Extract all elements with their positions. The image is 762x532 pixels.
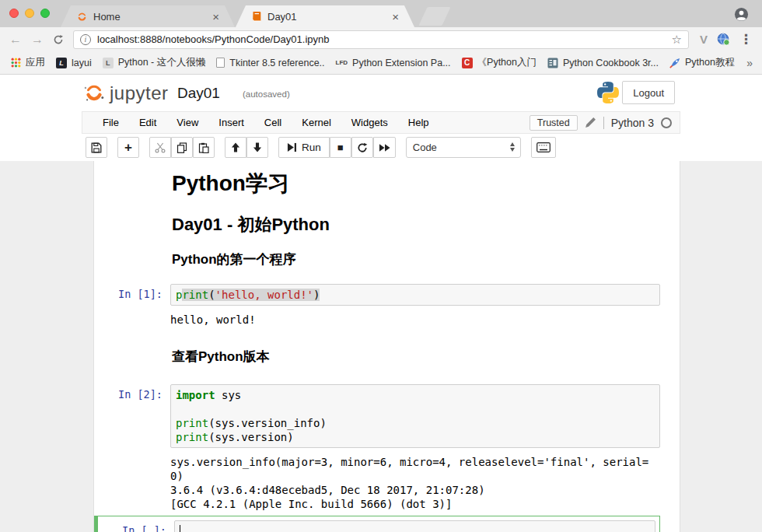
jupyter-planet-icon	[82, 81, 106, 104]
menubar-divider	[603, 117, 604, 129]
red-c-badge-icon: C	[462, 58, 473, 68]
menu-insert[interactable]: Insert	[208, 117, 254, 128]
bookmark-cookbook[interactable]: Python Cookbook 3r...	[547, 58, 659, 68]
browser-toolbar: ← → i localhost:8888/notebooks/PythonCod…	[0, 27, 762, 51]
layui-badge-icon: L	[56, 58, 67, 68]
cut-cell-button[interactable]	[149, 137, 171, 158]
code-cell-2: In [2]: import sys print(sys.version_inf…	[94, 384, 660, 448]
jupyter-header: jupyter Day01 (autosaved) Logout	[0, 75, 762, 111]
cookbook-icon	[547, 58, 558, 68]
bookmarks-bar: 应用 L layui L Python - 这个人很懒 Tkinter 8.5 …	[0, 51, 762, 75]
paste-cell-button[interactable]	[193, 137, 215, 158]
notebook-site: Python学习 Day01 - 初始Python Python的第一个程序 I…	[0, 161, 762, 532]
menu-widgets[interactable]: Widgets	[341, 117, 398, 128]
markdown-heading-3a: Python的第一个程序	[172, 251, 660, 268]
code-cell-3-selected[interactable]: In [ ]:	[94, 516, 660, 532]
jupyter-brand-text: jupyter	[110, 82, 169, 104]
notebook-container: Python学习 Day01 - 初始Python Python的第一个程序 I…	[93, 161, 680, 532]
fast-forward-icon	[379, 143, 390, 152]
notebook-toolbar: +	[0, 134, 762, 161]
markdown-heading-3b: 查看Python版本	[172, 348, 660, 366]
jupyter-logo[interactable]: jupyter	[82, 81, 169, 104]
notebook-book-icon	[251, 11, 262, 22]
menu-edit[interactable]: Edit	[129, 117, 166, 128]
tab-label: Home	[93, 11, 121, 23]
rocket-icon	[669, 58, 680, 68]
extension-v-icon[interactable]: V	[700, 33, 708, 46]
cell-type-select[interactable]: Code	[406, 137, 521, 158]
lfd-text-icon: LFD	[336, 59, 348, 66]
letter-l-badge-icon: L	[103, 58, 114, 68]
tab-day01[interactable]: Day01 ×	[236, 5, 414, 27]
bookmark-star-icon[interactable]: ☆	[672, 33, 682, 47]
profile-icon[interactable]	[734, 7, 749, 22]
zoom-window-button[interactable]	[40, 9, 50, 18]
reload-icon[interactable]	[53, 34, 64, 45]
bookmark-apps[interactable]: 应用	[11, 56, 45, 69]
jupyter-spinner-icon	[76, 11, 88, 23]
select-stepper-icon	[510, 142, 515, 152]
menu-cell[interactable]: Cell	[254, 117, 292, 128]
markdown-heading-1: Python学习	[172, 170, 660, 197]
command-palette-button[interactable]	[531, 137, 556, 158]
tab-close-icon[interactable]: ×	[390, 11, 400, 23]
code-cell-1: In [1]: print('hello, world!')	[94, 284, 660, 306]
bookmark-python-intro[interactable]: C 《Python入门	[462, 56, 537, 69]
back-icon[interactable]: ←	[9, 33, 22, 46]
cell-2-output: sys.version_info(major=3, minor=6, micro…	[94, 448, 660, 511]
window-controls	[9, 9, 50, 18]
restart-kernel-button[interactable]	[351, 137, 373, 158]
save-button[interactable]	[86, 137, 107, 158]
close-window-button[interactable]	[9, 9, 19, 18]
markdown-heading-2: Day01 - 初始Python	[172, 214, 660, 236]
interrupt-kernel-button[interactable]: ■	[330, 137, 351, 158]
tab-home[interactable]: Home ×	[61, 5, 235, 27]
menu-view[interactable]: View	[166, 117, 208, 128]
new-tab-button[interactable]	[418, 7, 450, 26]
forward-icon[interactable]: →	[31, 33, 44, 46]
page-icon	[216, 58, 225, 68]
edit-pencil-icon	[585, 117, 596, 128]
output-text: hello, world!	[170, 306, 652, 327]
output-text: sys.version_info(major=3, minor=6, micro…	[170, 448, 652, 511]
url-text: localhost:8888/notebooks/PythonCode/Day0…	[97, 33, 330, 45]
cell-1-output: hello, world!	[94, 306, 660, 327]
input-prompt: In [2]:	[94, 384, 170, 401]
page-info-icon[interactable]: i	[80, 34, 91, 45]
menu-help[interactable]: Help	[398, 117, 439, 128]
bookmark-tkinter[interactable]: Tkinter 8.5 reference..	[216, 58, 324, 68]
move-cell-up-button[interactable]	[225, 137, 246, 158]
insert-cell-button[interactable]: +	[117, 137, 139, 158]
bookmarks-overflow-icon[interactable]: »	[746, 57, 753, 69]
code-input[interactable]: print('hello, world!')	[170, 284, 660, 306]
menu-file[interactable]: File	[93, 117, 129, 128]
run-cell-button[interactable]: Run	[278, 137, 330, 158]
extension-globe-icon[interactable]	[717, 33, 730, 46]
tab-close-icon[interactable]: ×	[211, 11, 221, 23]
bookmark-python-blog[interactable]: L Python - 这个人很懒	[103, 56, 206, 69]
step-forward-icon	[287, 142, 297, 152]
checkpoint-status: (autosaved)	[243, 89, 290, 99]
logout-button[interactable]: Logout	[622, 81, 675, 104]
apps-grid-icon	[11, 58, 21, 68]
bookmark-layui[interactable]: L layui	[56, 58, 92, 68]
copy-cell-button[interactable]	[171, 137, 193, 158]
code-input-empty[interactable]	[174, 520, 655, 532]
code-input[interactable]: import sys print(sys.version_info) print…	[170, 384, 660, 448]
minimize-window-button[interactable]	[25, 9, 34, 18]
notebook-title[interactable]: Day01	[177, 85, 220, 102]
kernel-name: Python 3	[611, 117, 654, 129]
browser-tab-bar: Home × Day01 ×	[0, 0, 762, 27]
trusted-button[interactable]: Trusted	[530, 115, 578, 131]
chrome-menu-icon[interactable]: ⋮	[739, 31, 753, 47]
menu-kernel[interactable]: Kernel	[292, 117, 341, 128]
move-cell-down-button[interactable]	[246, 137, 268, 158]
text-cursor	[180, 525, 180, 532]
address-bar[interactable]: i localhost:8888/notebooks/PythonCode/Da…	[73, 30, 689, 49]
input-prompt: In [ ]:	[98, 520, 174, 532]
tab-label: Day01	[267, 11, 297, 23]
restart-run-all-button[interactable]	[373, 137, 396, 158]
bookmark-python-extension[interactable]: LFD Python Extension Pa...	[336, 58, 451, 68]
bookmark-python-tutorial[interactable]: Python教程	[669, 56, 735, 69]
input-prompt: In [1]:	[94, 284, 170, 300]
